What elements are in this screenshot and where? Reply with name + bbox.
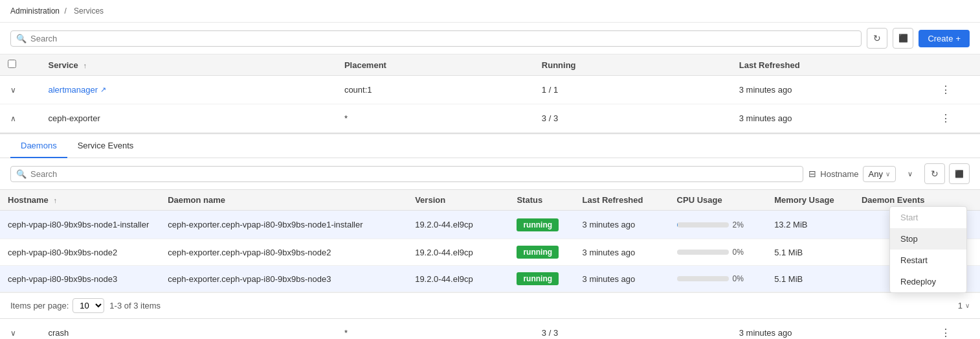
refresh-button[interactable]: ↻ xyxy=(867,28,887,49)
table-row: ceph-vpap-i80-9bx9bs-node2 ceph-exporter… xyxy=(0,239,980,266)
page-chevron-icon: ∨ xyxy=(965,302,970,309)
hostname-sort-icon: ↑ xyxy=(53,196,57,204)
top-search-input[interactable] xyxy=(30,34,856,43)
daemon-table: Hostname ↑ Daemon name Version Status La… xyxy=(0,190,980,292)
table-row: ceph-vpap-i80-9bx9bs-node1-installer cep… xyxy=(0,211,980,239)
start-label: Start xyxy=(900,213,918,222)
daemon-row2-memory: 5.1 MiB xyxy=(766,239,854,266)
context-menu-item-redeploy[interactable]: Redeploy xyxy=(890,271,966,292)
services-col-last-refreshed: Last Refreshed xyxy=(731,54,929,76)
status-badge: running xyxy=(517,246,559,259)
services-header-row: Service ↑ Placement Running Last Refresh… xyxy=(0,54,980,76)
ceph-exporter-service-cell: ceph-exporter xyxy=(41,104,337,133)
daemon-row3-version: 19.2.0-44.el9cp xyxy=(407,266,509,292)
crash-expand-btn[interactable]: ∨ xyxy=(8,327,19,339)
crash-more-btn[interactable]: ⋮ xyxy=(937,325,955,339)
create-button[interactable]: Create + xyxy=(919,30,970,47)
filter-select[interactable]: Any ∨ xyxy=(863,166,896,182)
services-col-service[interactable]: Service ↑ xyxy=(41,54,337,76)
ceph-exporter-running: 3 / 3 xyxy=(534,104,731,133)
cpu-bar-wrapper: 0% xyxy=(677,274,759,283)
context-menu: Start Stop Restart Redeploy xyxy=(889,206,967,293)
alertmanager-expand-cell: ∨ xyxy=(0,76,41,104)
download-button[interactable]: ⬛ xyxy=(893,28,913,49)
alertmanager-label: alertmanager xyxy=(49,85,98,95)
daemon-row1-cpu: 2% xyxy=(669,211,767,239)
daemon-col-memory: Memory Usage xyxy=(766,190,854,211)
daemon-row2-status: running xyxy=(509,239,574,266)
alertmanager-refreshed: 3 minutes ago xyxy=(731,76,929,104)
daemons-section: Daemons Service Events 🔍 ⊟ Hostname Any … xyxy=(0,133,980,318)
ceph-exporter-more-btn[interactable]: ⋮ xyxy=(937,111,955,126)
crash-table: ∨ crash * 3 / 3 3 minutes ago ⋮ xyxy=(0,318,980,339)
alertmanager-link[interactable]: alertmanager ↗ xyxy=(49,85,329,95)
cpu-bar xyxy=(677,250,729,255)
table-row: ∨ alertmanager ↗ count:1 1 / 1 3 minutes… xyxy=(0,76,980,104)
crash-running: 3 / 3 xyxy=(534,319,731,340)
filter-chevron-icon: ∨ xyxy=(885,170,890,178)
daemon-search-input[interactable] xyxy=(30,169,797,179)
page-number: 1 xyxy=(958,301,963,310)
daemon-row1-version: 19.2.0-44.el9cp xyxy=(407,211,509,239)
daemon-row3-memory: 5.1 MiB xyxy=(766,266,854,292)
range-label: 1-3 of 3 items xyxy=(109,301,161,310)
crash-placement: * xyxy=(337,319,534,340)
alertmanager-more-btn[interactable]: ⋮ xyxy=(937,82,955,97)
daemon-header-row: Hostname ↑ Daemon name Version Status La… xyxy=(0,190,980,211)
context-menu-item-restart[interactable]: Restart xyxy=(890,250,966,271)
select-all-services[interactable] xyxy=(8,60,16,68)
alertmanager-service-cell: alertmanager ↗ xyxy=(41,76,337,104)
filter-value: Any xyxy=(869,169,883,179)
daemon-download-btn[interactable]: ⬛ xyxy=(949,163,970,184)
daemon-row2-daemon-name: ceph-exporter.ceph-vpap-i80-9bx9bs-node2 xyxy=(160,239,407,266)
services-col-actions xyxy=(929,54,980,76)
daemon-row3-hostname: ceph-vpap-i80-9bx9bs-node3 xyxy=(0,266,160,292)
filter-label: Hostname xyxy=(820,169,858,179)
restart-label: Restart xyxy=(900,255,928,265)
ceph-exporter-more-cell: ⋮ xyxy=(929,104,980,133)
services-col-running: Running xyxy=(534,54,731,76)
context-menu-item-start[interactable]: Start xyxy=(890,207,966,228)
cpu-fill xyxy=(677,222,678,228)
stop-label: Stop xyxy=(900,234,918,244)
daemon-search-icon: 🔍 xyxy=(16,169,27,179)
cpu-pct-label: 0% xyxy=(733,274,748,283)
daemon-row1-hostname: ceph-vpap-i80-9bx9bs-node1-installer xyxy=(0,211,160,239)
breadcrumb-parent[interactable]: Administration xyxy=(10,6,60,16)
alertmanager-expand-btn[interactable]: ∨ xyxy=(8,84,19,96)
ceph-exporter-expand-cell: ∧ xyxy=(0,104,41,133)
daemon-expand-btn[interactable]: ∨ xyxy=(900,163,920,184)
daemon-toolbar: 🔍 ⊟ Hostname Any ∨ ∨ ↻ ⬛ xyxy=(0,158,980,190)
top-search-icon: 🔍 xyxy=(16,34,27,43)
daemon-refresh-btn[interactable]: ↻ xyxy=(924,163,945,184)
services-col-placement: Placement xyxy=(337,54,534,76)
tab-service-events-label: Service Events xyxy=(78,141,134,150)
cpu-bar-wrapper: 2% xyxy=(677,220,759,229)
alertmanager-placement: count:1 xyxy=(337,76,534,104)
items-per-page: Items per page: 10 25 50 xyxy=(10,298,104,313)
top-search-wrapper: 🔍 xyxy=(10,30,862,47)
breadcrumb-separator: / xyxy=(64,6,66,16)
daemon-row1-daemon-name: ceph-exporter.ceph-vpap-i80-9bx9bs-node1… xyxy=(160,211,407,239)
per-page-select[interactable]: 10 25 50 xyxy=(72,298,104,313)
breadcrumb-current: Services xyxy=(74,6,104,16)
daemon-col-hostname[interactable]: Hostname ↑ xyxy=(0,190,160,211)
tab-daemons[interactable]: Daemons xyxy=(10,134,67,158)
create-label: Create xyxy=(928,34,953,43)
tab-daemons-label: Daemons xyxy=(21,141,57,150)
filter-icon: ⊟ xyxy=(808,169,816,179)
daemon-row2-version: 19.2.0-44.el9cp xyxy=(407,239,509,266)
cpu-pct-label: 0% xyxy=(733,248,748,257)
cpu-bar xyxy=(677,276,729,281)
ceph-exporter-expand-btn[interactable]: ∧ xyxy=(8,113,19,124)
cpu-pct-label: 2% xyxy=(733,220,748,229)
context-menu-item-stop[interactable]: Stop xyxy=(890,228,966,250)
daemon-row3-status: running xyxy=(509,266,574,292)
daemon-row3-daemon-name: ceph-exporter.ceph-vpap-i80-9bx9bs-node3 xyxy=(160,266,407,292)
tab-service-events[interactable]: Service Events xyxy=(67,134,144,158)
table-row: ∨ crash * 3 / 3 3 minutes ago ⋮ xyxy=(0,319,980,340)
status-badge: running xyxy=(517,272,559,285)
toolbar-actions: ↻ ⬛ Create + xyxy=(867,28,970,49)
daemon-row1-status: running xyxy=(509,211,574,239)
page-nav: 1 ∨ xyxy=(958,301,970,310)
